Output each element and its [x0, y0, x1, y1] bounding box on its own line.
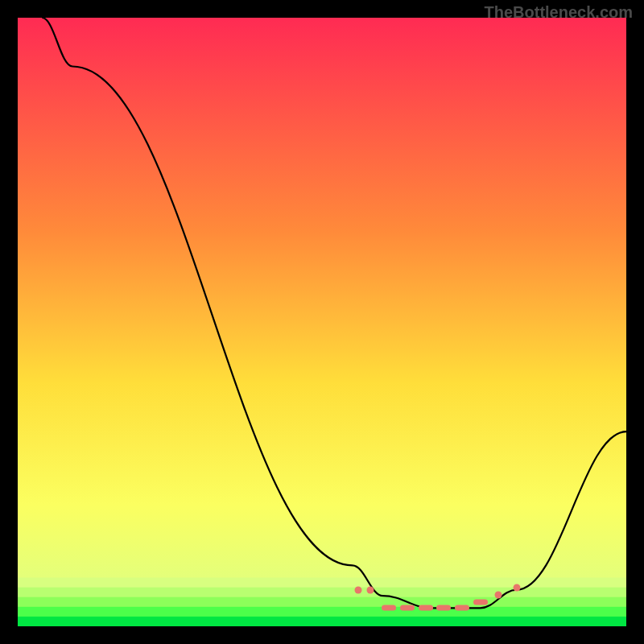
optimal-marker [355, 586, 362, 593]
plot-area [18, 18, 626, 626]
optimal-marker [455, 605, 469, 611]
optimal-marker [436, 605, 451, 611]
optimal-band [18, 578, 626, 626]
chart-svg [18, 18, 626, 626]
optimal-marker [382, 605, 396, 611]
optimal-marker [419, 605, 433, 611]
svg-rect-2 [18, 597, 626, 608]
svg-rect-4 [18, 617, 626, 626]
optimal-marker [495, 591, 502, 598]
optimal-marker [473, 599, 488, 605]
optimal-marker [367, 586, 374, 593]
optimal-marker [513, 584, 520, 591]
watermark-text: TheBottleneck.com [485, 3, 633, 22]
optimal-marker [400, 605, 415, 611]
svg-rect-3 [18, 607, 626, 617]
gradient-background [18, 18, 626, 626]
svg-rect-1 [18, 588, 626, 598]
